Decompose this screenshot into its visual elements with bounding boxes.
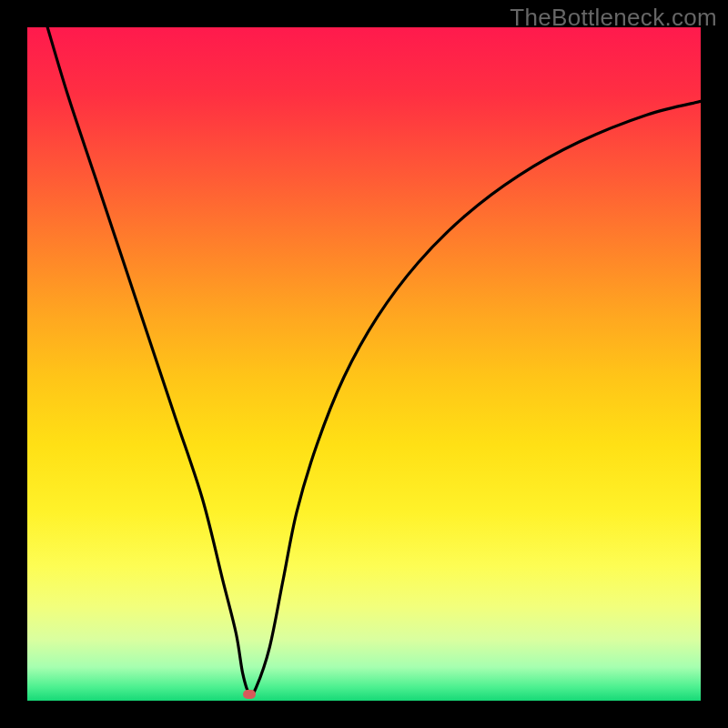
bottleneck-curve [27, 27, 701, 701]
watermark-text: TheBottleneck.com [510, 4, 717, 32]
minimum-marker [243, 690, 256, 699]
chart-frame: TheBottleneck.com [0, 0, 728, 728]
plot-area [27, 27, 701, 701]
